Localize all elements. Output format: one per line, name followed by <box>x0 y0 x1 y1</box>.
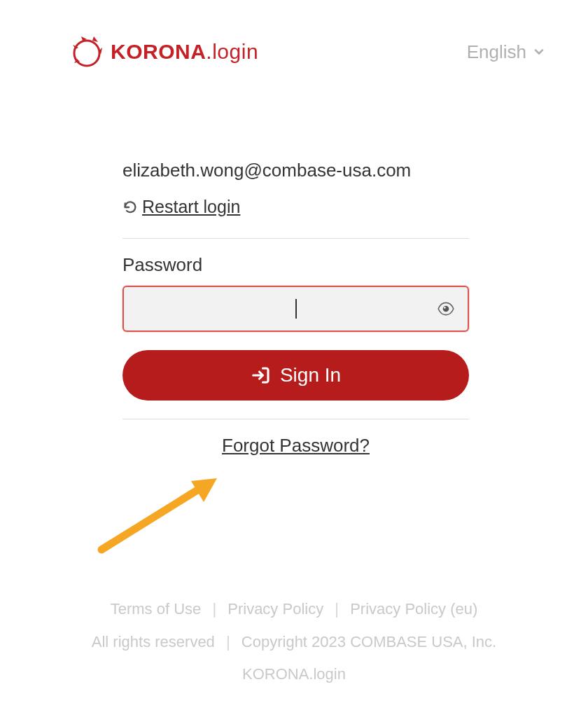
separator: | <box>226 633 230 650</box>
footer: Terms of Use | Privacy Policy | Privacy … <box>0 593 588 690</box>
annotation-arrow <box>88 452 227 557</box>
language-label: English <box>467 41 526 63</box>
signin-button[interactable]: Sign In <box>122 350 469 401</box>
password-field-wrapper <box>122 286 469 332</box>
email-display: elizabeth.wong@combase-usa.com <box>122 160 469 181</box>
copyright-text: Copyright 2023 COMBASE USA, Inc. <box>241 633 496 650</box>
product-name: KORONA.login <box>242 665 346 683</box>
svg-line-2 <box>102 487 203 550</box>
svg-marker-3 <box>191 478 217 502</box>
restart-login-link[interactable]: Restart login <box>142 197 240 217</box>
svg-point-0 <box>443 306 449 312</box>
logo: KORONA.login <box>70 35 258 69</box>
logo-icon <box>70 35 104 69</box>
header: KORONA.login English <box>0 0 588 69</box>
signin-label: Sign In <box>280 364 341 387</box>
separator: | <box>335 600 339 618</box>
terms-link[interactable]: Terms of Use <box>111 600 202 618</box>
signin-icon <box>251 365 272 386</box>
forgot-password-link[interactable]: Forgot Password? <box>222 435 370 456</box>
divider <box>122 419 469 419</box>
svg-point-1 <box>444 307 446 309</box>
privacy-eu-link[interactable]: Privacy Policy (eu) <box>350 600 477 618</box>
privacy-link[interactable]: Privacy Policy <box>227 600 323 618</box>
logo-text: KORONA.login <box>111 40 258 64</box>
restart-icon <box>122 200 138 215</box>
divider <box>122 238 469 239</box>
restart-login-row: Restart login <box>122 197 469 217</box>
eye-icon[interactable] <box>437 300 455 318</box>
chevron-down-icon <box>532 45 546 59</box>
language-selector[interactable]: English <box>467 41 546 63</box>
separator: | <box>212 600 216 618</box>
password-label: Password <box>122 254 469 276</box>
text-cursor <box>295 299 297 319</box>
login-form: elizabeth.wong@combase-usa.com Restart l… <box>0 69 588 457</box>
rights-text: All rights reserved <box>92 633 215 650</box>
